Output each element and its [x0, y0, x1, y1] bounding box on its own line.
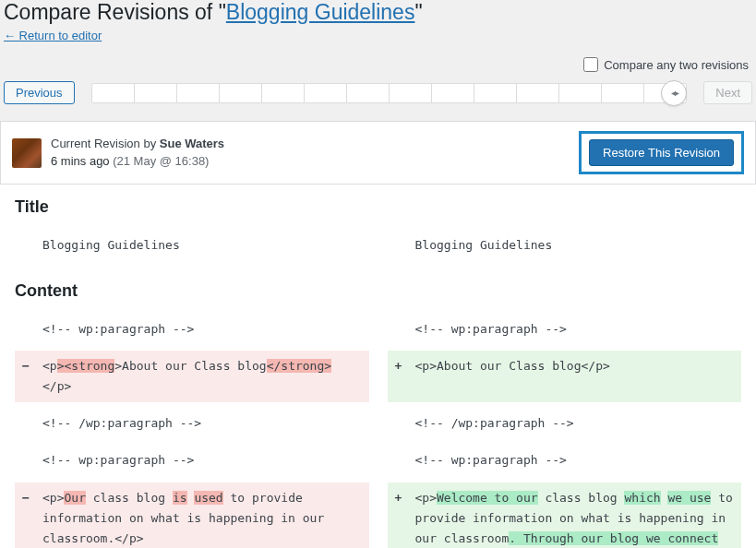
- revision-slider[interactable]: [91, 83, 688, 103]
- diff-line-right: <!-- wp:paragraph -->: [388, 314, 742, 345]
- previous-button[interactable]: Previous: [4, 81, 75, 104]
- diff-line-left: <!-- wp:paragraph -->: [15, 445, 369, 476]
- diff-line-removed: − <p><strong>About our Class blog</stron…: [15, 351, 369, 402]
- diff-line-right: <!-- /wp:paragraph -->: [388, 408, 742, 439]
- diff-line-left: <!-- /wp:paragraph -->: [15, 408, 369, 439]
- content-section-heading: Content: [15, 281, 741, 301]
- revision-meta-bar: Current Revision by Sue Waters 6 mins ag…: [0, 121, 756, 185]
- avatar: [12, 138, 42, 168]
- slider-handle-icon[interactable]: [661, 80, 687, 106]
- slider-ticks: [91, 83, 688, 103]
- title-suffix: ": [414, 0, 422, 24]
- plus-icon: +: [395, 488, 402, 508]
- title-section-heading: Title: [15, 197, 741, 217]
- minus-icon: −: [22, 356, 30, 376]
- title-left: Blogging Guidelines: [15, 230, 369, 261]
- current-revision-by: Current Revision by Sue Waters: [51, 136, 579, 152]
- minus-icon: −: [22, 488, 30, 508]
- page-title: Compare Revisions of "Blogging Guideline…: [4, 0, 752, 25]
- diff-line-removed: − <p>Our class blog is used to provide i…: [15, 482, 369, 548]
- plus-icon: +: [395, 356, 402, 376]
- title-prefix: Compare Revisions of ": [4, 0, 226, 24]
- return-to-editor-link[interactable]: ← Return to editor: [4, 29, 102, 42]
- diff-line-added: + <p>Welcome to our class blog which we …: [388, 482, 742, 548]
- diff-line-right: <!-- wp:paragraph -->: [388, 445, 742, 476]
- restore-highlight: Restore This Revision: [579, 131, 744, 174]
- author-name: Sue Waters: [160, 137, 224, 150]
- next-button: Next: [703, 81, 752, 104]
- compare-any-two-checkbox[interactable]: [583, 57, 598, 72]
- revision-timestamp: 6 mins ago (21 May @ 16:38): [51, 153, 579, 170]
- diff-line-added: + <p>About our Class blog</p>: [388, 351, 742, 402]
- post-title-link[interactable]: Blogging Guidelines: [226, 0, 415, 24]
- diff-line-left: <!-- wp:paragraph -->: [15, 314, 369, 345]
- title-right: Blogging Guidelines: [388, 230, 742, 261]
- restore-this-revision-button[interactable]: Restore This Revision: [589, 139, 734, 166]
- compare-any-two-label: Compare any two revisions: [604, 58, 749, 72]
